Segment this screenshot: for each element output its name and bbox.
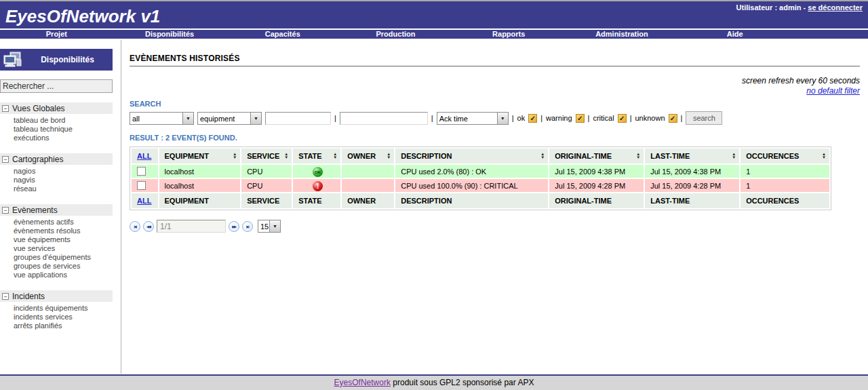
separator: |: [431, 114, 433, 122]
table-header-row: ALL EQUIPMENT▲▼ SERVICE▲▼ STATE▲▼ OWNER▲…: [132, 149, 829, 163]
row-checkbox[interactable]: [137, 181, 146, 190]
separator: |: [512, 114, 514, 122]
sidebar-item-vue-applications[interactable]: vue applications: [14, 271, 121, 279]
nav-item-disponibilites[interactable]: Disponibilités: [113, 30, 226, 39]
previous-page-button[interactable]: ◀◀: [143, 221, 154, 232]
sidebar-item-evenements-actifs[interactable]: évènements actifs: [14, 218, 121, 227]
chevron-down-icon: ▼: [250, 113, 261, 124]
page-title: EVÈNEMENTS HISTORISÉS: [130, 54, 860, 63]
sidebar-item-groupes-de-services[interactable]: groupes de services: [14, 262, 121, 271]
collapse-icon[interactable]: −: [2, 207, 9, 214]
refresh-note: screen refresh every 60 seconds: [130, 76, 860, 85]
footer-text: produit sous GPL2 sponsorisé par APX: [391, 378, 534, 387]
field-select[interactable]: equipment ▼: [197, 112, 262, 125]
page-size-select[interactable]: 15 ▼: [258, 220, 281, 233]
first-page-button[interactable]: |◀: [130, 221, 140, 232]
col-owner: OWNER: [342, 193, 394, 208]
cell-description: CPU used 100.0% (90) : CRITICAL: [395, 179, 548, 192]
col-occurences: OCCURENCES: [746, 152, 799, 160]
col-occurences: OCCURENCES: [741, 193, 829, 208]
section-header-incidents[interactable]: − Incidents: [0, 290, 113, 302]
search-text-input-1[interactable]: [265, 112, 331, 125]
last-page-button[interactable]: ▶|: [242, 221, 253, 232]
warning-checkbox[interactable]: ✓: [576, 114, 585, 123]
sidebar-item-tableau-de-bord[interactable]: tableau de bord: [14, 116, 121, 125]
sidebar-item-executions[interactable]: exécutions: [14, 134, 121, 142]
nav-item-administration[interactable]: Administration: [566, 30, 679, 39]
col-description: DESCRIPTION: [401, 152, 452, 160]
critical-checkbox[interactable]: ✓: [618, 114, 627, 123]
time-select[interactable]: Ack time ▼: [437, 112, 509, 125]
table-row: localhost CPU OK CPU used 2.0% (80) : OK…: [132, 165, 829, 178]
sidebar-item-vue-equipements[interactable]: vue équipements: [14, 235, 121, 244]
sort-icon[interactable]: ▲▼: [333, 153, 337, 159]
section-header-vues-globales[interactable]: − Vues Globales: [0, 102, 113, 114]
checkbox-label-critical: critical: [593, 114, 614, 122]
search-section-label: SEARCH: [130, 100, 860, 108]
select-all-link[interactable]: ALL: [137, 152, 151, 160]
sidebar-item-nagios[interactable]: nagios: [14, 167, 121, 176]
scope-select[interactable]: all ▼: [130, 112, 194, 125]
row-checkbox[interactable]: [137, 167, 146, 176]
sidebar-item-reseau[interactable]: réseau: [14, 184, 121, 193]
select-all-link[interactable]: ALL: [137, 197, 151, 205]
chevron-down-icon: ▼: [182, 113, 193, 124]
ok-state-icon: OK: [313, 167, 323, 177]
nav-item-rapports[interactable]: Rapports: [452, 30, 566, 39]
table-footer-row: ALL EQUIPMENT SERVICE STATE OWNER DESCRI…: [132, 193, 829, 208]
sort-icon[interactable]: ▲▼: [284, 153, 288, 159]
sidebar-item-vue-services[interactable]: vue services: [14, 244, 121, 253]
nav-item-capacites[interactable]: Capacités: [226, 30, 339, 39]
sort-icon[interactable]: ▲▼: [233, 153, 237, 159]
critical-state-icon: !: [313, 181, 323, 191]
sort-icon[interactable]: ▲▼: [636, 153, 640, 159]
col-equipment: EQUIPMENT: [165, 152, 209, 160]
collapse-icon[interactable]: −: [2, 293, 9, 300]
chevron-down-icon: ▼: [269, 220, 280, 232]
cell-last-time: Jul 15, 2009 4:28 PM: [645, 179, 739, 192]
col-original-time: ORIGINAL-TIME: [555, 152, 612, 160]
sidebar-item-evenements-resolus[interactable]: évènements résolus: [14, 227, 121, 235]
search-toolbar: all ▼ equipment ▼ | | Ack time ▼ | ok ✓ …: [130, 111, 860, 125]
sidebar-item-groupes-equipements[interactable]: groupes d'équipements: [14, 253, 121, 262]
logout-link[interactable]: se déconnecter: [808, 3, 863, 12]
cell-owner: [342, 165, 394, 178]
sidebar-section-cartographies: − Cartographies nagios nagvis réseau: [0, 153, 121, 195]
col-last-time: LAST-TIME: [650, 152, 690, 160]
table-row: localhost CPU ! CPU used 100.0% (90) : C…: [132, 179, 829, 192]
search-text-input-2[interactable]: [340, 112, 428, 125]
user-info: Utilisateur : admin - se déconnecter: [736, 3, 863, 12]
sort-icon[interactable]: ▲▼: [387, 153, 391, 159]
nav-item-projet[interactable]: Projet: [0, 30, 113, 39]
ok-checkbox[interactable]: ✓: [528, 114, 537, 123]
section-title: Evènements: [12, 206, 58, 215]
sidebar-search-input[interactable]: [0, 79, 113, 93]
section-header-cartographies[interactable]: − Cartographies: [0, 153, 113, 165]
no-default-filter-link[interactable]: no default filter: [130, 86, 860, 96]
search-button[interactable]: search: [686, 111, 722, 125]
sidebar-item-nagvis[interactable]: nagvis: [14, 176, 121, 184]
next-page-button[interactable]: ▶▶: [229, 221, 239, 232]
cell-service: CPU: [241, 165, 292, 178]
sidebar-item-tableau-technique[interactable]: tableau technique: [14, 125, 121, 134]
sort-icon[interactable]: ▲▼: [540, 153, 545, 159]
separator: |: [630, 114, 632, 122]
collapse-icon[interactable]: −: [2, 156, 9, 163]
section-header-evenements[interactable]: − Evènements: [0, 204, 113, 216]
collapse-icon[interactable]: −: [2, 105, 9, 112]
cell-service: CPU: [241, 179, 292, 192]
result-count-label: RESULT : 2 EVENT(S) FOUND.: [130, 134, 860, 142]
sort-icon[interactable]: ▲▼: [822, 153, 826, 159]
sidebar-item-incidents-equipements[interactable]: incidents équipements: [14, 304, 121, 313]
eyesofnetwork-link[interactable]: EyesOfNetwork: [334, 378, 391, 387]
page-indicator-input[interactable]: [157, 220, 226, 233]
nav-item-aide[interactable]: Aide: [678, 30, 791, 39]
sidebar-section-vues-globales: − Vues Globales tableau de bord tableau …: [0, 102, 121, 144]
sort-icon[interactable]: ▲▼: [732, 153, 736, 159]
sidebar-item-incidents-services[interactable]: incidents services: [14, 313, 121, 321]
unknown-checkbox[interactable]: ✓: [669, 114, 677, 123]
nav-item-production[interactable]: Production: [339, 30, 452, 39]
col-equipment: EQUIPMENT: [159, 193, 241, 208]
col-state: STATE: [298, 152, 321, 160]
sidebar-item-arrets-planifies[interactable]: arrêts planifiés: [14, 321, 121, 330]
